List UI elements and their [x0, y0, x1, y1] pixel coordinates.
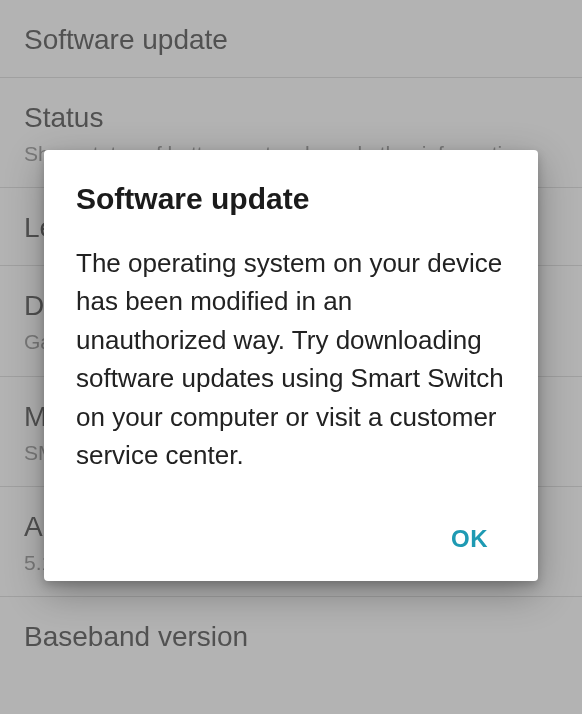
dialog-body: The operating system on your device has … — [76, 244, 506, 475]
dialog-actions: OK — [76, 515, 506, 563]
software-update-dialog: Software update The operating system on … — [44, 150, 538, 581]
dialog-title: Software update — [76, 182, 506, 216]
ok-button[interactable]: OK — [433, 515, 506, 563]
settings-screen: Software update Status Show status of ba… — [0, 0, 582, 714]
